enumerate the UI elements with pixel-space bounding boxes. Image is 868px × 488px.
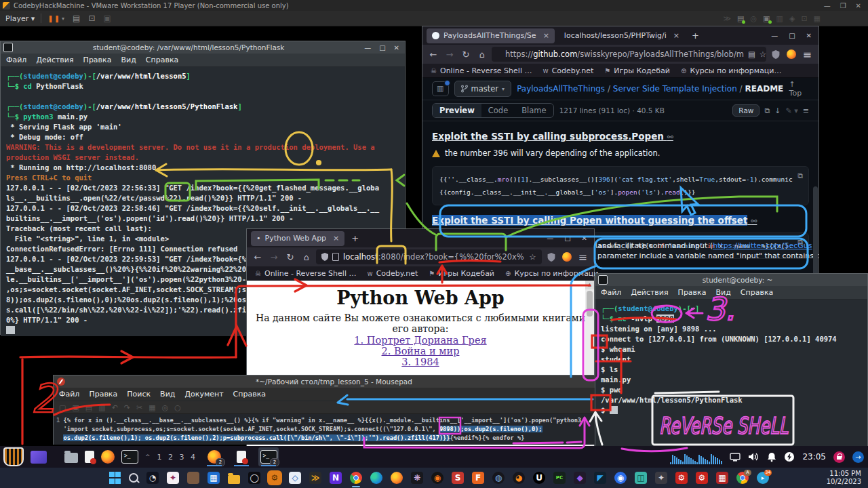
anchor-link-icon[interactable]: ⚯ bbox=[667, 133, 673, 142]
minimize-icon[interactable]: — bbox=[824, 2, 831, 9]
player-menu-button[interactable]: Player ▾ bbox=[5, 14, 35, 23]
scroll-thumb[interactable] bbox=[587, 291, 593, 317]
hdd-icon[interactable]: ▤ bbox=[737, 14, 744, 23]
start-button[interactable] bbox=[108, 472, 121, 484]
scroll-up-icon[interactable]: ▲ bbox=[585, 281, 594, 289]
bookmark-item[interactable]: wCodeby.net bbox=[542, 66, 593, 75]
protections-shield-icon[interactable] bbox=[547, 253, 555, 262]
view-switcher[interactable]: Preview Code Blame bbox=[432, 103, 554, 118]
blender-icon[interactable]: ◕ bbox=[513, 472, 525, 484]
notifications-bell-icon[interactable] bbox=[767, 452, 776, 462]
home-icon[interactable]: ⌂ bbox=[475, 49, 489, 60]
back-icon[interactable]: ← bbox=[427, 49, 440, 60]
network-icon[interactable]: ▣ bbox=[763, 14, 770, 23]
branch-selector[interactable]: master ▾ bbox=[454, 81, 512, 97]
minimize-icon[interactable]: — bbox=[771, 32, 778, 39]
menu-item[interactable]: Действия bbox=[36, 56, 73, 64]
menu-item[interactable]: ◎ bbox=[162, 403, 169, 412]
telegram-icon[interactable]: ▸34 bbox=[757, 472, 769, 484]
substance-icon[interactable]: S bbox=[452, 472, 464, 484]
download-icon[interactable]: ↓ bbox=[774, 106, 781, 115]
davinci-resolve-icon[interactable]: ❋ bbox=[411, 472, 423, 484]
settings-icon[interactable]: ⚙ bbox=[269, 472, 281, 484]
screenlock-icon[interactable] bbox=[833, 451, 845, 463]
suspend-vm-icon[interactable]: ❚❚ bbox=[47, 15, 60, 22]
display-icon[interactable]: ▦ bbox=[814, 14, 821, 23]
sound-icon[interactable]: ◈ bbox=[789, 14, 795, 23]
close-icon[interactable]: ✕ bbox=[806, 32, 812, 39]
book-link-1[interactable]: 1. Портрет Дориана Грея bbox=[247, 335, 594, 346]
menu-item[interactable]: ▢ bbox=[59, 403, 66, 412]
reader-mode-icon[interactable]: ▤ bbox=[748, 49, 755, 59]
menu-item[interactable]: ↶ bbox=[112, 403, 118, 412]
anchor-link-icon[interactable]: ⚯ bbox=[751, 217, 757, 226]
protections-shield-icon[interactable] bbox=[772, 50, 780, 59]
chrome-profile-icon[interactable]: A bbox=[736, 472, 749, 484]
menu-item[interactable]: ▥ bbox=[98, 403, 105, 412]
close-tab-icon[interactable]: × bbox=[543, 31, 549, 40]
onenote-icon[interactable]: N bbox=[330, 472, 342, 484]
close-tab-icon[interactable]: × bbox=[333, 234, 339, 243]
url-bar[interactable]: https://github.com/swisskyrepo/PayloadsA… bbox=[492, 47, 766, 62]
speedtest-icon[interactable]: ◔ bbox=[146, 472, 159, 484]
cd-icon[interactable]: ◎ bbox=[750, 14, 757, 23]
bookmark-item[interactable]: ⚑Игры Кодебай bbox=[604, 66, 670, 75]
tab-blame[interactable]: Blame bbox=[515, 104, 553, 117]
menu-item[interactable]: ○ bbox=[174, 403, 181, 412]
bookmark-item[interactable]: ☠Online - Reverse Shell … bbox=[431, 66, 532, 75]
maximize-icon[interactable]: □ bbox=[789, 32, 795, 39]
utility-icon[interactable]: ✦ bbox=[655, 472, 667, 484]
firefox-launcher-icon[interactable] bbox=[101, 450, 115, 464]
edge-icon[interactable] bbox=[370, 472, 382, 484]
bookmark-item[interactable]: wCodeby.net bbox=[367, 269, 418, 278]
tab-code[interactable]: Code bbox=[481, 104, 515, 117]
fl-studio-icon[interactable]: ◉ bbox=[431, 472, 443, 484]
taskbar-firefox-window[interactable]: 2 bbox=[204, 447, 224, 466]
close-icon[interactable]: ✕ bbox=[856, 2, 861, 9]
suspend-dropdown-icon[interactable]: ▾ bbox=[62, 16, 64, 22]
taskbar-terminal-window[interactable]: >_2 bbox=[258, 447, 279, 466]
red-gear2-icon[interactable]: ⚙ bbox=[696, 472, 708, 484]
power-manager-icon[interactable] bbox=[784, 451, 795, 462]
minimize-icon[interactable]: — bbox=[364, 44, 371, 52]
close-tab-icon[interactable]: × bbox=[673, 31, 679, 40]
terminal-launcher-icon[interactable]: >_ bbox=[121, 450, 138, 464]
firefox-account-icon[interactable] bbox=[562, 252, 572, 262]
menu-item[interactable]: ▤ bbox=[85, 403, 92, 412]
menu-item[interactable]: Вид bbox=[121, 56, 136, 64]
obsidian-icon[interactable]: ◯ bbox=[248, 472, 260, 484]
book-link-3[interactable]: 3. 1984 bbox=[247, 357, 594, 367]
session-icon[interactable]: → bbox=[852, 451, 864, 463]
new-tab-button[interactable]: + bbox=[692, 30, 699, 41]
red-gear-icon[interactable]: ⚙ bbox=[675, 472, 688, 484]
mousepad-titlebar[interactable]: *~/Рабочий стол/tmp_lesson_5 - Mousepad bbox=[54, 375, 603, 388]
bookmark-item[interactable]: ⊕Курсы по информаци… bbox=[681, 66, 781, 75]
menu-item[interactable]: ✂ bbox=[136, 403, 142, 412]
photos-icon[interactable] bbox=[187, 472, 199, 484]
menu-icon[interactable]: ≡ bbox=[803, 48, 812, 61]
breadcrumb-section[interactable]: Server Side Template Injection bbox=[613, 84, 737, 94]
menu-item[interactable]: Правка bbox=[89, 390, 117, 399]
terminal-titlebar[interactable]: student@codeby: /var/www/html/lesson5/Py… bbox=[1, 41, 405, 54]
teal-app-icon[interactable]: ◫ bbox=[635, 472, 647, 484]
menu-item[interactable]: Поиск bbox=[127, 390, 151, 399]
maximize-icon[interactable]: □ bbox=[564, 235, 570, 242]
copy-code-icon[interactable]: ⧉ bbox=[797, 171, 803, 180]
mousepad-launcher-icon[interactable] bbox=[85, 451, 94, 463]
raw-button[interactable]: Raw bbox=[732, 104, 760, 117]
maps-icon[interactable]: ◉ bbox=[614, 472, 627, 484]
unreal-icon[interactable]: U bbox=[533, 472, 545, 484]
reload-icon[interactable]: ↻ bbox=[283, 252, 297, 262]
xfce-clock[interactable]: 23:05 bbox=[802, 452, 826, 462]
back-icon[interactable]: ← bbox=[251, 252, 264, 262]
book-link-2[interactable]: 2. Война и мир bbox=[247, 346, 594, 357]
cinema4d-icon[interactable]: ◍ bbox=[492, 472, 505, 484]
file-explorer-icon[interactable] bbox=[228, 475, 240, 484]
menu-item[interactable]: ▦ bbox=[149, 403, 155, 412]
bookmark-item[interactable]: ⊕Курсы по информаци… bbox=[505, 269, 606, 278]
vscode-icon[interactable]: ◤ bbox=[594, 472, 606, 484]
maximize-icon[interactable]: ❐ bbox=[840, 2, 846, 9]
terminal-output[interactable]: ┌──(student@codeby)-[~]└─$ nc -nvlp 9898… bbox=[595, 300, 867, 449]
minimize-icon[interactable]: — bbox=[547, 235, 553, 242]
outline-icon[interactable]: ≡ bbox=[803, 106, 809, 115]
